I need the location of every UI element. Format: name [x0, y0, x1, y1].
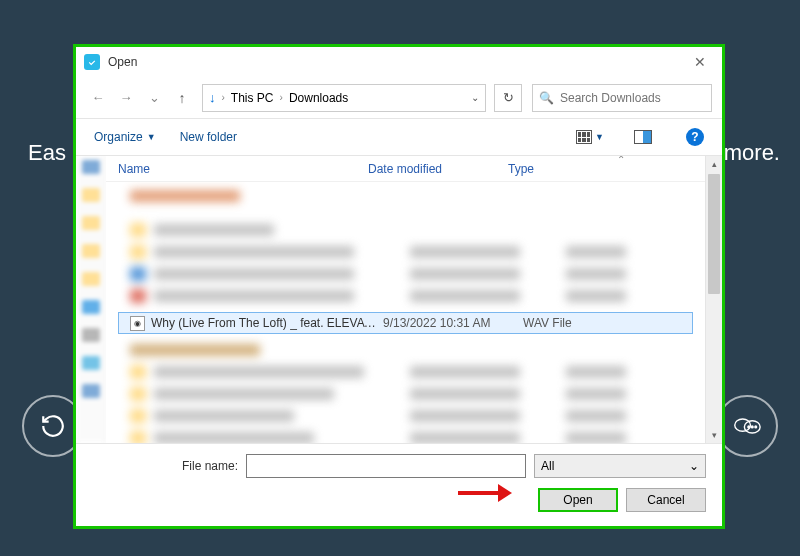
file-type: WAV File: [523, 316, 572, 330]
tree-item[interactable]: [82, 188, 100, 202]
header-date[interactable]: Date modified: [368, 162, 508, 176]
tree-item[interactable]: [82, 160, 100, 174]
backdrop-text-right: more.: [724, 140, 780, 166]
search-icon: 🔍: [539, 91, 554, 105]
refresh-button[interactable]: ↻: [494, 84, 522, 112]
tree-item[interactable]: [82, 244, 100, 258]
view-mode-button[interactable]: ▼: [576, 130, 604, 144]
chevron-icon: ›: [280, 92, 283, 103]
command-toolbar: Organize ▼ New folder ▼ ?: [76, 119, 722, 155]
filter-value: All: [541, 459, 554, 473]
backdrop-text-left: Eas: [28, 140, 66, 166]
app-icon: [84, 54, 100, 70]
nav-toolbar: ← → ⌄ ↑ ↓ › This PC › Downloads ⌄ ↻ 🔍: [76, 77, 722, 119]
tree-item[interactable]: [82, 216, 100, 230]
close-icon[interactable]: ✕: [686, 54, 714, 70]
breadcrumb-this-pc[interactable]: This PC: [231, 91, 274, 105]
wav-file-icon: ◉: [130, 316, 145, 331]
search-input[interactable]: [560, 91, 705, 105]
file-open-dialog: Open ✕ ← → ⌄ ↑ ↓ › This PC › Downloads ⌄…: [73, 44, 725, 529]
open-button[interactable]: Open: [538, 488, 618, 512]
tree-item[interactable]: [82, 384, 100, 398]
tree-item[interactable]: [82, 356, 100, 370]
file-rows[interactable]: ◉ Why (Live From The Loft) _ feat. ELEVA…: [106, 182, 705, 443]
new-folder-button[interactable]: New folder: [180, 130, 237, 144]
chevron-down-icon: ▼: [595, 132, 604, 142]
cancel-button[interactable]: Cancel: [626, 488, 706, 512]
organize-label: Organize: [94, 130, 143, 144]
tree-item[interactable]: [82, 328, 100, 342]
file-date: 9/13/2022 10:31 AM: [383, 316, 523, 330]
tree-item[interactable]: [82, 300, 100, 314]
chevron-down-icon: ⌄: [689, 459, 699, 473]
search-box[interactable]: 🔍: [532, 84, 712, 112]
breadcrumb[interactable]: ↓ › This PC › Downloads ⌄: [202, 84, 486, 112]
filename-label: File name:: [182, 459, 238, 473]
svg-point-2: [748, 426, 750, 428]
header-type[interactable]: Type: [508, 162, 693, 176]
backdrop-chat-button[interactable]: [716, 395, 778, 457]
downloads-icon: ↓: [209, 90, 216, 105]
svg-point-3: [751, 426, 753, 428]
svg-point-4: [755, 426, 757, 428]
dialog-footer: File name: All ⌄ Open Cancel: [76, 443, 722, 526]
file-row-selected[interactable]: ◉ Why (Live From The Loft) _ feat. ELEVA…: [118, 312, 693, 334]
file-name: Why (Live From The Loft) _ feat. ELEVATI…: [151, 316, 383, 330]
chevron-down-icon: ▼: [147, 132, 156, 142]
header-name[interactable]: Name: [118, 162, 368, 176]
up-button[interactable]: ↑: [170, 90, 194, 106]
organize-button[interactable]: Organize ▼: [94, 130, 156, 144]
obscured-rows: [106, 340, 705, 443]
help-button[interactable]: ?: [686, 128, 704, 146]
forward-button[interactable]: →: [114, 86, 138, 110]
history-dropdown[interactable]: ⌄: [142, 86, 166, 110]
svg-point-0: [735, 419, 751, 431]
sort-indicator-icon: ⌃: [617, 155, 625, 165]
filetype-filter[interactable]: All ⌄: [534, 454, 706, 478]
grid-icon: [576, 130, 592, 144]
chevron-icon: ›: [222, 92, 225, 103]
obscured-rows: [106, 186, 705, 306]
breadcrumb-downloads[interactable]: Downloads: [289, 91, 348, 105]
preview-pane-button[interactable]: [634, 130, 652, 144]
file-area: Name Date modified Type ⌃ ◉ Why (Live Fr…: [76, 155, 722, 443]
tree-item[interactable]: [82, 272, 100, 286]
dialog-title: Open: [108, 55, 137, 69]
file-list: Name Date modified Type ⌃ ◉ Why (Live Fr…: [106, 156, 705, 443]
scroll-thumb[interactable]: [708, 174, 720, 294]
folder-tree[interactable]: [76, 156, 106, 443]
column-headers: Name Date modified Type ⌃: [106, 156, 705, 182]
vertical-scrollbar[interactable]: ▴ ▾: [705, 156, 722, 443]
annotation-arrow-icon: [458, 484, 512, 502]
scroll-down-icon[interactable]: ▾: [706, 427, 722, 443]
scroll-up-icon[interactable]: ▴: [706, 156, 722, 172]
back-button[interactable]: ←: [86, 86, 110, 110]
breadcrumb-dropdown[interactable]: ⌄: [471, 92, 479, 103]
titlebar: Open ✕: [76, 47, 722, 77]
filename-input[interactable]: [246, 454, 526, 478]
